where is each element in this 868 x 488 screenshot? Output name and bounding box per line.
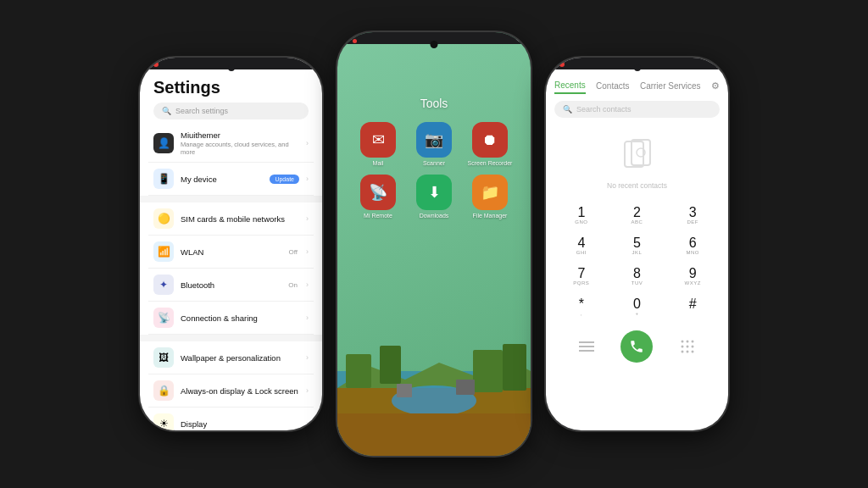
status-icons: ✦ ◎ ▲ ▮ bbox=[281, 62, 310, 69]
settings-item-miuithemer[interactable]: 👤 Miuithemer Manage accounts, cloud serv… bbox=[148, 125, 314, 163]
app-downloads[interactable]: ⬇ Downloads bbox=[410, 175, 458, 219]
bluetooth-status-icon: ✦ bbox=[281, 62, 287, 69]
dial-key-star[interactable]: * , bbox=[554, 293, 609, 322]
app-screen-recorder[interactable]: ⏺ Screen Recorder bbox=[466, 122, 514, 166]
dial-key-8[interactable]: 8 TUV bbox=[610, 263, 665, 291]
dial-letters-5: JKL bbox=[632, 250, 643, 257]
settings-item-my-device[interactable]: 📱 My device Update › bbox=[148, 163, 314, 196]
section-divider bbox=[140, 196, 322, 202]
file-manager-label: File Manager bbox=[473, 213, 508, 219]
dialer-tab-bar: Recents Contacts Carrier Services ⚙ bbox=[546, 71, 728, 97]
sim-icon: 🟡 bbox=[153, 208, 174, 229]
dial-key-hash[interactable]: # bbox=[665, 293, 720, 322]
mi-remote-icon: 📡 bbox=[360, 175, 396, 210]
bluetooth-icon: ✦ bbox=[153, 274, 174, 295]
settings-screen: 12:15 ✦ ◎ ▲ ▮ Settings 🔍 Search settings… bbox=[140, 58, 322, 430]
no-recent-text: No recent contacts bbox=[607, 181, 667, 190]
svg-point-19 bbox=[691, 341, 693, 343]
settings-item-wlan[interactable]: 📶 WLAN Off › bbox=[148, 236, 314, 269]
dial-num-1: 1 bbox=[577, 206, 585, 219]
no-recent-icon bbox=[620, 138, 654, 178]
svg-point-24 bbox=[686, 351, 688, 353]
dial-key-7[interactable]: 7 PQRS bbox=[554, 263, 609, 291]
app-grid: ✉ Mail 📷 Scanner ⏺ Screen Recorder 📡 bbox=[337, 122, 531, 219]
app-file-manager[interactable]: 📁 File Manager bbox=[466, 175, 514, 219]
settings-item-connection[interactable]: 📡 Connection & sharing › bbox=[148, 302, 314, 335]
dial-key-1[interactable]: 1 GNO bbox=[554, 202, 609, 230]
file-manager-icon: 📁 bbox=[472, 175, 508, 210]
settings-search-bar[interactable]: 🔍 Search settings bbox=[153, 103, 309, 119]
svg-rect-6 bbox=[503, 344, 526, 391]
bluetooth-label: Bluetooth bbox=[181, 280, 281, 290]
battery-icon: ▮ bbox=[515, 36, 519, 44]
svg-rect-12 bbox=[632, 140, 650, 165]
dial-letters-2: ABC bbox=[632, 219, 643, 226]
dial-letters-star: , bbox=[581, 311, 582, 318]
settings-item-display[interactable]: ☀ Display › bbox=[148, 408, 314, 430]
miuithemer-text: Miuithemer Manage accounts, cloud servic… bbox=[181, 130, 299, 156]
bluetooth-value: On bbox=[288, 281, 298, 289]
search-placeholder: Search settings bbox=[175, 107, 228, 115]
punch-hole bbox=[634, 64, 641, 71]
app-scanner[interactable]: 📷 Scanner bbox=[410, 122, 458, 166]
sim-text: SIM cards & mobile networks bbox=[181, 214, 299, 224]
bluetooth-icon: ✦ bbox=[489, 36, 495, 44]
app-mail[interactable]: ✉ Mail bbox=[354, 122, 402, 166]
dial-letters-7: PQRS bbox=[573, 280, 589, 287]
wlan-value: Off bbox=[288, 248, 298, 256]
punch-hole bbox=[431, 41, 438, 48]
settings-item-sim[interactable]: 🟡 SIM cards & mobile networks › bbox=[148, 202, 314, 236]
connection-label: Connection & sharing bbox=[181, 313, 299, 323]
svg-rect-5 bbox=[473, 350, 503, 392]
display-text: Display bbox=[181, 419, 299, 429]
my-device-text: My device bbox=[181, 175, 263, 184]
tab-carrier-services[interactable]: Carrier Services bbox=[640, 79, 701, 93]
mi-remote-label: Mi Remote bbox=[364, 213, 392, 219]
dial-key-0[interactable]: 0 + bbox=[610, 293, 665, 322]
settings-item-always-on[interactable]: 🔒 Always-on display & Lock screen › bbox=[148, 374, 314, 408]
app-mi-remote[interactable]: 📡 Mi Remote bbox=[354, 175, 402, 219]
notification-dot bbox=[353, 39, 357, 43]
dial-key-3[interactable]: 3 DEF bbox=[665, 202, 720, 230]
dial-num-5: 5 bbox=[633, 236, 641, 250]
settings-item-wallpaper[interactable]: 🖼 Wallpaper & personalization › bbox=[148, 341, 314, 374]
dialer-search-bar[interactable]: 🔍 Search contacts bbox=[554, 101, 720, 118]
dial-key-6[interactable]: 6 MNO bbox=[665, 232, 720, 261]
settings-gear-icon[interactable]: ⚙ bbox=[711, 80, 720, 92]
status-icons: ✦ ◎ ▲ ▮ bbox=[687, 62, 716, 69]
dialer-screen: 12:15 ✦ ◎ ▲ ▮ Recents Contacts Carrier S… bbox=[546, 58, 728, 430]
signal-icon: ▲ bbox=[704, 62, 710, 69]
dialpad: 1 GNO 2 ABC 3 DEF 4 GHI 5 JKL 6 MNO bbox=[546, 198, 728, 325]
settings-item-bluetooth[interactable]: ✦ Bluetooth On › bbox=[148, 269, 314, 302]
svg-rect-11 bbox=[625, 141, 643, 167]
miuithemer-icon: 👤 bbox=[153, 133, 174, 153]
dial-num-star: * bbox=[579, 297, 584, 311]
dial-key-5[interactable]: 5 JKL bbox=[610, 232, 665, 261]
dial-key-9[interactable]: 9 WXYZ bbox=[665, 263, 720, 291]
menu-button[interactable] bbox=[573, 333, 600, 360]
dial-num-2: 2 bbox=[633, 206, 641, 219]
tab-contacts[interactable]: Contacts bbox=[596, 79, 629, 93]
dial-letters-8: TUV bbox=[632, 280, 643, 287]
always-on-label: Always-on display & Lock screen bbox=[181, 386, 299, 396]
landscape-scene bbox=[337, 303, 531, 456]
dial-key-4[interactable]: 4 GHI bbox=[554, 232, 609, 261]
dial-key-2[interactable]: 2 ABC bbox=[610, 202, 665, 230]
dial-letters-6: MNO bbox=[686, 250, 699, 257]
battery-icon: ▮ bbox=[713, 62, 716, 69]
svg-point-22 bbox=[691, 346, 693, 348]
bluetooth-icon: ✦ bbox=[687, 62, 693, 69]
mail-label: Mail bbox=[373, 160, 384, 166]
screen-recorder-label: Screen Recorder bbox=[468, 160, 513, 166]
dial-letters-1: GNO bbox=[575, 219, 587, 226]
dial-num-7: 7 bbox=[577, 267, 585, 280]
call-button[interactable] bbox=[620, 330, 653, 363]
miuithemer-label: Miuithemer bbox=[181, 130, 299, 140]
phone-settings: 12:15 ✦ ◎ ▲ ▮ Settings 🔍 Search settings… bbox=[140, 58, 322, 430]
svg-point-17 bbox=[681, 341, 683, 343]
keypad-button[interactable] bbox=[674, 333, 701, 360]
scanner-label: Scanner bbox=[423, 160, 445, 166]
tab-recents[interactable]: Recents bbox=[554, 78, 586, 94]
wallpaper-icon: 🖼 bbox=[153, 347, 174, 368]
dial-num-8: 8 bbox=[633, 267, 641, 280]
